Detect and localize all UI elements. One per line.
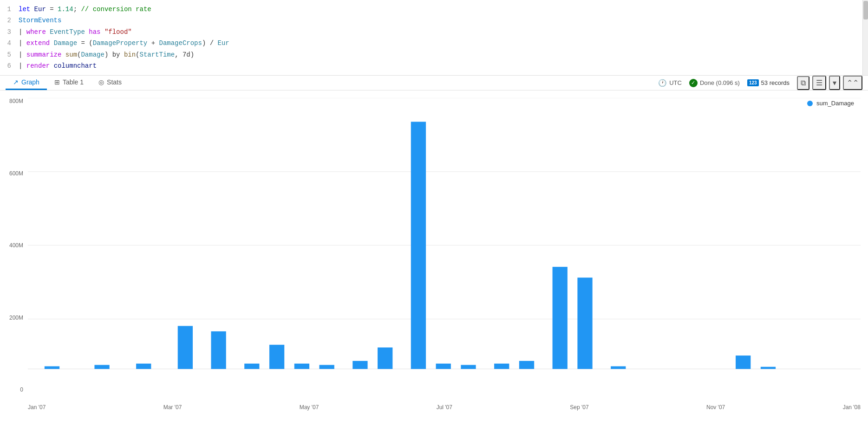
token: Eur [34,6,46,13]
token: StormEvents [19,17,61,24]
y-axis-label: 800M [9,98,23,104]
bar-aug[interactable] [494,364,509,369]
tab-stats[interactable]: ◎ Stats [91,76,129,90]
y-axis: 800M600M400M200M0 [0,98,27,393]
table-icon: ⊞ [54,78,60,86]
collapse-button[interactable]: ⌃⌃ [843,76,862,90]
code-line-5: 5| summarize sum(Damage) by bin(StartTim… [0,49,868,60]
tab-table1[interactable]: ⊞ Table 1 [47,76,91,90]
x-axis-label: Mar '07 [163,404,182,411]
copy-button[interactable]: ⧉ [797,76,809,90]
records-count: 123 53 records [747,79,790,86]
token: Damage [54,39,77,47]
token: | [19,51,26,58]
chart-line-icon: ↗ [13,78,19,86]
tab-stats-label: Stats [107,78,122,86]
x-axis-label: Jan '07 [28,404,46,411]
bar-may3[interactable] [320,365,334,369]
code-line-4: 4| extend Damage = (DamageProperty + Dam… [0,38,868,49]
bar-jul3[interactable] [461,365,476,369]
bar-jun[interactable] [352,361,367,369]
records-icon: 123 [747,79,759,86]
token: Eur [218,39,229,47]
token: = [46,6,58,13]
token: ) / [202,39,218,47]
line-content[interactable]: StormEvents [19,15,868,26]
bar-tiny[interactable] [45,366,59,369]
line-content[interactable]: | render columnchart [19,61,868,71]
token: ) by [104,51,124,58]
scrollbar-thumb[interactable] [863,1,868,19]
bar-may[interactable] [269,345,284,369]
y-axis-label: 200M [9,315,23,321]
tabs-bar: ↗ Graph ⊞ Table 1 ◎ Stats 🕐 UTC ✓ Done (… [0,76,868,90]
bar-sep3[interactable] [611,366,626,369]
code-line-3: 3| where EventType has "flood" [0,26,868,38]
utc-status: 🕐 UTC [658,79,682,87]
token: 1.14 [58,6,73,13]
x-axis-label: Jul '07 [437,404,452,411]
token: ( [136,51,139,58]
chart-area: sum_Damage 800M600M400M200M0 Jan '07Mar … [0,90,868,416]
line-content[interactable]: | where EventType has "flood" [19,27,868,37]
token: bin [124,51,136,58]
token: let [19,6,34,13]
results-panel: ↗ Graph ⊞ Table 1 ◎ Stats 🕐 UTC ✓ Done (… [0,76,868,414]
line-content[interactable]: let Eur = 1.14; // conversion rate [19,4,868,14]
token: | [19,62,26,70]
chart-svg [28,98,861,393]
y-axis-label: 600M [9,170,23,177]
bar-may2[interactable] [294,364,309,369]
bar-dec[interactable] [736,356,751,369]
bar-sep2[interactable] [577,278,592,369]
bar-apr2[interactable] [244,364,259,369]
token: where [26,28,50,36]
line-content[interactable]: | extend Damage = (DamageProperty + Dama… [19,38,868,48]
token: // conversion rate [81,6,151,13]
token: | [19,28,26,36]
code-editor[interactable]: 1let Eur = 1.14; // conversion rate2Stor… [0,0,868,76]
code-line-6: 6| render columnchart [0,60,868,71]
tab-table1-label: Table 1 [63,78,84,86]
status-right: 🕐 UTC ✓ Done (0.096 s) 123 53 records ⧉ … [658,76,862,90]
token: columnchart [54,62,97,70]
line-content[interactable]: | summarize sum(Damage) by bin(StartTime… [19,50,868,60]
line-number: 6 [0,61,19,71]
bar-jul_peak[interactable] [411,122,426,369]
y-axis-label: 0 [20,386,23,393]
token: has [85,28,104,36]
tab-graph-label: Graph [21,78,39,86]
clock-icon: 🕐 [658,79,667,87]
token: , 7d) [175,51,194,58]
bar-jun2[interactable] [378,347,392,369]
bar-small[interactable] [136,364,151,369]
done-label: Done (0.096 s) [700,79,740,86]
token: render [26,62,54,70]
token: Damage [81,51,104,58]
token: DamageCrops [159,39,202,47]
bar-jul2[interactable] [436,364,451,369]
token: ; [73,6,81,13]
line-number: 3 [0,27,19,37]
token: "flood" [104,28,132,36]
line-number: 4 [0,38,19,48]
code-line-1: 1let Eur = 1.14; // conversion rate [0,4,868,15]
line-number: 2 [0,15,19,26]
bar-aug2[interactable] [519,361,534,369]
bar-dec2[interactable] [761,367,776,369]
x-axis-label: May '07 [300,404,319,411]
token: | [19,39,26,47]
legend-label: sum_Damage [816,100,854,107]
bar-apr[interactable] [211,332,226,369]
y-axis-label: 400M [9,242,23,249]
bar-tiny2[interactable] [94,365,109,369]
x-axis-label: Jan '08 [843,404,861,411]
code-line-2: 2StormEvents [0,15,868,26]
tab-graph[interactable]: ↗ Graph [6,76,47,90]
columns-button[interactable]: ☰ [812,76,826,90]
scrollbar[interactable] [862,0,868,75]
bar-sep_high[interactable] [553,267,568,369]
bar-mar[interactable] [178,326,193,369]
expand-button[interactable]: ▾ [829,76,840,90]
token: extend [26,39,54,47]
